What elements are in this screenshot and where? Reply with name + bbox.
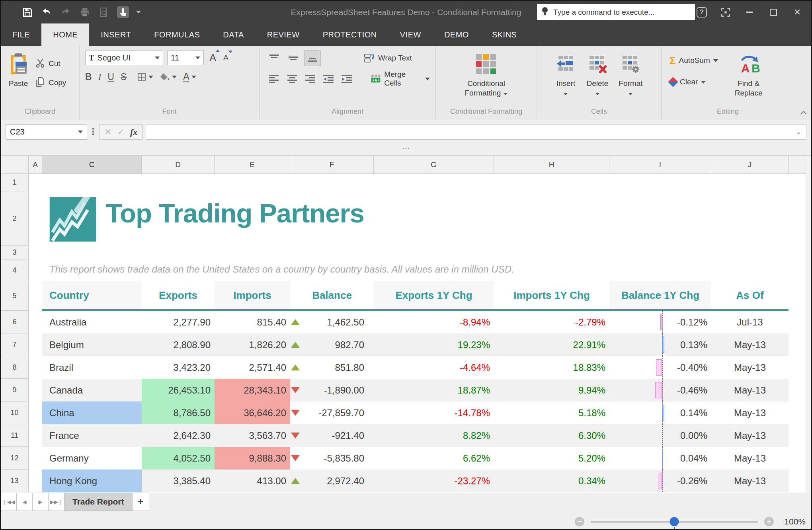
column-header-a[interactable]: A bbox=[29, 156, 42, 174]
table-header-imports[interactable]: Imports bbox=[215, 281, 290, 311]
cell-country[interactable]: Belgium bbox=[42, 333, 142, 356]
fill-color-button[interactable] bbox=[160, 72, 177, 82]
cell-fill-9[interactable] bbox=[789, 379, 806, 401]
cell-balance[interactable]: -1,890.00 bbox=[290, 379, 374, 401]
cell-content-row-2[interactable] bbox=[42, 191, 812, 246]
cell-country[interactable]: Brazil bbox=[42, 356, 142, 379]
zoom-out-button[interactable]: − bbox=[575, 517, 584, 526]
cell-a10[interactable] bbox=[29, 401, 42, 424]
cell-a5[interactable] bbox=[29, 281, 42, 311]
cell-country[interactable]: France bbox=[42, 424, 142, 447]
underline-button[interactable]: U bbox=[107, 72, 114, 82]
cell-fill-7[interactable] bbox=[789, 333, 806, 356]
cancel-entry-icon[interactable]: ✕ bbox=[104, 127, 111, 137]
wrap-text-button[interactable]: Wrap Text bbox=[361, 50, 414, 66]
first-sheet-icon[interactable]: ❘◀◀ bbox=[1, 493, 17, 511]
format-button[interactable]: Format bbox=[615, 50, 646, 105]
row-header-8[interactable]: 8 bbox=[1, 356, 29, 379]
cell-imports[interactable]: 1,826.20 bbox=[215, 333, 290, 356]
cell-a4[interactable] bbox=[29, 259, 42, 281]
table-header-balance-1y-chg[interactable]: Balance 1Y Chg bbox=[609, 281, 711, 311]
cell-as-of[interactable]: May-13 bbox=[711, 470, 789, 492]
cell-content-row-4[interactable] bbox=[42, 259, 812, 281]
row-header-1[interactable]: 1 bbox=[1, 174, 29, 191]
row-header-9[interactable]: 9 bbox=[1, 379, 29, 401]
column-header-d[interactable]: D bbox=[142, 156, 215, 174]
column-header-corner[interactable] bbox=[1, 156, 29, 174]
cell-content-row-3[interactable] bbox=[42, 246, 812, 259]
row-header-6[interactable]: 6 bbox=[1, 311, 29, 333]
print-preview-icon[interactable] bbox=[98, 6, 110, 18]
tab-home[interactable]: HOME bbox=[41, 23, 89, 46]
cell-imports-chg[interactable]: 5.18% bbox=[494, 401, 609, 424]
cell-country[interactable]: Germany bbox=[42, 447, 142, 470]
cell-imports-chg[interactable]: 18.83% bbox=[494, 356, 609, 379]
cell-a13[interactable] bbox=[29, 470, 42, 492]
next-sheet-icon[interactable]: ▶ bbox=[33, 493, 49, 511]
cell-imports-chg[interactable]: 0.34% bbox=[494, 470, 609, 492]
cell-a11[interactable] bbox=[29, 424, 42, 447]
cell-country[interactable]: Canada bbox=[42, 379, 142, 401]
font-size-select[interactable]: 11 bbox=[167, 50, 204, 65]
save-icon[interactable] bbox=[21, 6, 33, 18]
column-header-c[interactable]: C bbox=[42, 156, 142, 174]
column-header-e[interactable]: E bbox=[215, 156, 290, 174]
tab-data[interactable]: DATA bbox=[211, 23, 255, 46]
cell-balance-chg[interactable]: 0.13% bbox=[609, 333, 711, 356]
cell-balance-chg[interactable]: 0.04% bbox=[609, 447, 711, 470]
borders-button[interactable] bbox=[137, 72, 153, 82]
strikethrough-button[interactable]: S bbox=[121, 72, 127, 82]
cell-exports-chg[interactable]: 8.82% bbox=[374, 424, 494, 447]
row-header-4[interactable]: 4 bbox=[1, 259, 29, 281]
row-header-10[interactable]: 10 bbox=[1, 401, 29, 424]
tab-protection[interactable]: PROTECTION bbox=[311, 23, 388, 46]
font-family-select[interactable]: T Segoe UI bbox=[85, 50, 163, 65]
cell-fill-12[interactable] bbox=[789, 447, 806, 470]
cell-imports[interactable]: 2,571.40 bbox=[215, 356, 290, 379]
cell-balance-chg[interactable]: 0.14% bbox=[609, 401, 711, 424]
tab-view[interactable]: VIEW bbox=[388, 23, 433, 46]
cell-exports[interactable]: 4,052.50 bbox=[142, 447, 215, 470]
row-header-7[interactable]: 7 bbox=[1, 333, 29, 356]
expand-formula-bar-icon[interactable]: ⌄ bbox=[794, 128, 803, 136]
cell-a12[interactable] bbox=[29, 447, 42, 470]
cell-as-of[interactable]: May-13 bbox=[711, 333, 789, 356]
cell-a9[interactable] bbox=[29, 379, 42, 401]
cell-imports-chg[interactable]: -2.79% bbox=[494, 311, 609, 333]
cell-exports-chg[interactable]: 18.87% bbox=[374, 379, 494, 401]
cell-exports-chg[interactable]: -8.94% bbox=[374, 311, 494, 333]
autosum-button[interactable]: Σ AutoSum bbox=[667, 53, 720, 68]
cell-country[interactable]: China bbox=[42, 401, 142, 424]
tab-review[interactable]: REVIEW bbox=[256, 23, 311, 46]
zoom-in-button[interactable]: + bbox=[764, 517, 774, 526]
cut-button[interactable]: Cut bbox=[33, 56, 68, 72]
cell-as-of[interactable]: May-13 bbox=[711, 379, 789, 401]
cell-fill-6[interactable] bbox=[789, 311, 806, 333]
column-header-i[interactable]: I bbox=[609, 156, 711, 174]
cell-as-of[interactable]: May-13 bbox=[711, 424, 789, 447]
align-left-icon[interactable] bbox=[266, 71, 282, 87]
cell-as-of[interactable]: Jul-13 bbox=[711, 311, 789, 333]
cell-imports[interactable]: 9,888.30 bbox=[215, 447, 290, 470]
last-sheet-icon[interactable]: ▶▶❘ bbox=[49, 493, 64, 511]
cell-country[interactable]: Hong Kong bbox=[42, 470, 142, 492]
table-header-exports[interactable]: Exports bbox=[142, 281, 215, 311]
cell-exports-chg[interactable]: 6.62% bbox=[374, 447, 494, 470]
row-header-13[interactable]: 13 bbox=[1, 470, 29, 492]
cell-a1[interactable] bbox=[29, 174, 42, 191]
cell-imports-chg[interactable]: 22.91% bbox=[494, 333, 609, 356]
cell-fill-10[interactable] bbox=[789, 401, 806, 424]
find-replace-button[interactable]: AB Find & Replace bbox=[731, 50, 767, 105]
cell-exports[interactable]: 3,423.20 bbox=[142, 356, 215, 379]
cell-fill-13[interactable] bbox=[789, 470, 806, 492]
display-mode-icon[interactable] bbox=[719, 6, 732, 19]
tab-skins[interactable]: SKINS bbox=[480, 23, 529, 46]
insert-function-icon[interactable]: fx bbox=[130, 127, 137, 137]
insert-button[interactable]: Insert bbox=[551, 50, 580, 105]
cell-balance[interactable]: -5,835.80 bbox=[290, 447, 374, 470]
copy-button[interactable]: Copy bbox=[33, 75, 68, 91]
column-header-h[interactable]: H bbox=[494, 156, 609, 174]
grow-font-button[interactable]: A bbox=[208, 52, 218, 64]
cell-country[interactable]: Australia bbox=[42, 311, 142, 333]
conditional-formatting-button[interactable]: Conditional Formatting bbox=[461, 50, 511, 105]
